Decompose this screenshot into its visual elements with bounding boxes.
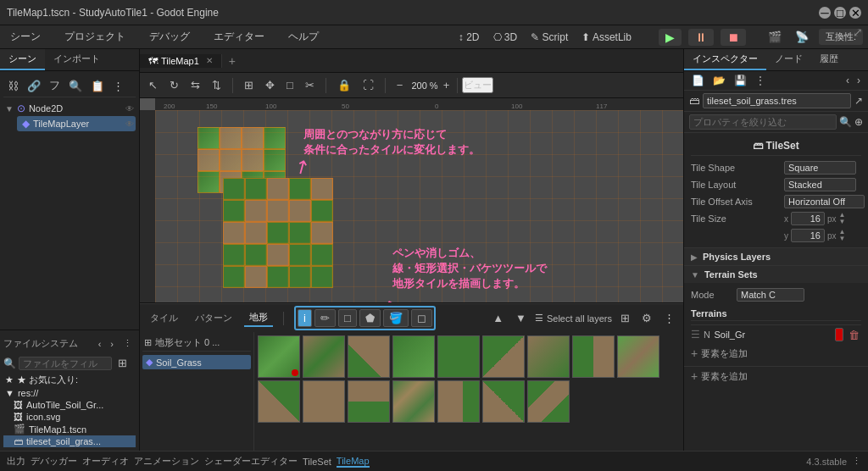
run-button[interactable]: ▶ — [659, 29, 682, 46]
menu-editor[interactable]: エディター — [209, 28, 270, 46]
tool-3d[interactable]: ⎔ 3D — [493, 31, 518, 43]
tile-size-x-down[interactable]: ▼ — [839, 219, 846, 225]
menu-project[interactable]: プロジェクト — [59, 28, 131, 46]
lock-tool[interactable]: 🔒 — [334, 77, 354, 93]
save-resource[interactable]: 💾 — [732, 74, 749, 87]
select-tool[interactable]: ↖ — [145, 77, 161, 93]
menu-debug[interactable]: デバッグ — [144, 28, 195, 46]
insp-forward[interactable]: › — [854, 74, 863, 87]
zoom-out[interactable]: − — [393, 77, 407, 93]
palette-tile-5[interactable] — [482, 335, 525, 378]
terrain-sets-header[interactable]: ▼ Terrain Sets — [684, 266, 868, 283]
rect-tool[interactable]: □ — [283, 77, 297, 93]
add-tab-button[interactable]: + — [222, 53, 242, 69]
palette-tile-15[interactable] — [527, 380, 570, 423]
fs-file-3[interactable]: 🗃 tileset_soil_gras... — [3, 435, 136, 447]
movie-button[interactable]: 🎬 — [765, 29, 785, 45]
close-button[interactable]: ✕ — [849, 7, 861, 19]
fs-file-1[interactable]: 🖼 icon.svg — [3, 411, 136, 423]
tile-offset-dropdown[interactable]: Horizontal Off — [784, 195, 865, 208]
sb-audio[interactable]: オーディオ — [82, 455, 129, 468]
palette-tile-9[interactable] — [258, 380, 300, 423]
filter-options[interactable]: ⊕ — [854, 116, 863, 128]
filter-input[interactable] — [689, 114, 837, 130]
tile-size-y-down[interactable]: ▼ — [839, 236, 846, 242]
layer-up[interactable]: ▲ — [489, 310, 507, 326]
remote-button[interactable]: 📡 — [792, 29, 812, 45]
sb-animation[interactable]: アニメーション — [134, 455, 199, 468]
resource-dropdown[interactable]: tileset_soil_grass.tres — [703, 93, 851, 108]
pause-button[interactable]: ⏸ — [688, 29, 714, 46]
add-terrain-button[interactable]: + 要素を追加 — [691, 344, 861, 363]
terrain-mode-dropdown[interactable]: Match C — [737, 288, 804, 302]
tile-size-y-input[interactable] — [791, 229, 825, 242]
tool-assetlib[interactable]: ⬆ AssetLib — [581, 31, 632, 43]
layer-menu[interactable]: ⋮ — [660, 310, 678, 326]
palette-tile-6[interactable] — [527, 335, 570, 378]
layer-grid[interactable]: ⊞ — [617, 310, 633, 326]
palette-tile-2[interactable] — [348, 335, 390, 378]
tab-close-0[interactable]: ✕ — [206, 56, 213, 65]
scene-search[interactable]: 🔍 — [66, 77, 85, 94]
tab-scene[interactable]: シーン — [0, 49, 45, 70]
terrain-item-0[interactable]: ◆ Soil_Grass — [142, 355, 251, 369]
terrain-tool-bucket[interactable]: ⬟ — [359, 309, 381, 327]
inspector-menu[interactable]: ⋮ — [753, 74, 768, 87]
add-element-button[interactable]: + 要素を追加 — [684, 366, 868, 385]
tab-import[interactable]: インポート — [45, 49, 108, 70]
sb-tileset[interactable]: TileSet — [303, 457, 331, 467]
node2d-visible-toggle[interactable]: 👁 — [125, 104, 134, 114]
zoom-in[interactable]: + — [440, 77, 453, 93]
layer-down[interactable]: ▼ — [512, 310, 530, 326]
filesystem-search-input[interactable] — [19, 357, 112, 370]
fullscreen-button[interactable]: ⤢ — [853, 25, 863, 39]
scene-menu[interactable]: ⋮ — [110, 77, 126, 94]
scene-tool2[interactable]: 📋 — [88, 77, 107, 94]
menu-scene[interactable]: シーン — [5, 28, 46, 46]
sb-output[interactable]: 出力 — [7, 455, 25, 468]
sb-tilemap[interactable]: TileMap — [337, 456, 370, 468]
group-tool[interactable]: ⛶ — [359, 77, 377, 93]
tool-script[interactable]: ✎ Script — [531, 31, 568, 43]
palette-tile-8[interactable] — [617, 335, 659, 378]
palette-tile-0[interactable] — [258, 335, 300, 378]
layer-settings[interactable]: ⚙ — [638, 310, 655, 326]
tilemap-visible-toggle[interactable]: 👁 — [125, 119, 134, 129]
palette-tile-1[interactable] — [303, 335, 345, 378]
tile-tab-terrain[interactable]: 地形 — [244, 309, 273, 327]
fs-res[interactable]: ▼ res:// — [3, 387, 136, 399]
tile-tab-tiles[interactable]: タイル — [145, 310, 183, 326]
tile-shape-dropdown[interactable]: Square — [784, 161, 856, 175]
grid-tool[interactable]: ⊞ — [241, 77, 257, 93]
tree-tilemap[interactable]: ◆ TileMapLayer 👁 — [17, 116, 136, 131]
filter-search[interactable]: 🔍 — [839, 116, 852, 128]
menu-help[interactable]: ヘルプ — [283, 28, 324, 46]
sb-shader[interactable]: シェーダーエディター — [204, 455, 298, 468]
terrain-drag-handle[interactable]: ☰ — [691, 329, 700, 341]
terrain-delete[interactable]: 🗑 — [847, 329, 861, 341]
canvas-area[interactable]: 200 150 100 50 0 100 117 — [140, 98, 683, 302]
minimize-button[interactable]: ─ — [819, 7, 831, 19]
palette-tile-14[interactable] — [482, 380, 525, 423]
fs-favorites[interactable]: ★ ★ お気に入り: — [3, 373, 136, 387]
stop-button[interactable]: ⏹ — [721, 29, 746, 46]
insp-back[interactable]: ‹ — [843, 74, 852, 87]
cut-tool[interactable]: ✂ — [302, 77, 318, 93]
palette-tile-12[interactable] — [392, 380, 435, 423]
tree-node2d[interactable]: ▼ ⊙ Node2D 👁 — [3, 101, 136, 116]
rtab-history[interactable]: 履歴 — [811, 49, 847, 70]
fs-file-2[interactable]: 🎬 TileMap1.tscn — [3, 423, 136, 435]
rtab-inspector[interactable]: インスペクター — [684, 49, 766, 70]
sb-debugger[interactable]: デバッガー — [31, 455, 77, 468]
move-tool[interactable]: ✥ — [262, 77, 278, 93]
terrain-name-input[interactable] — [715, 330, 832, 340]
maximize-button[interactable]: □ — [834, 7, 846, 19]
palette-tile-3[interactable] — [392, 335, 435, 378]
palette-tile-7[interactable] — [572, 335, 615, 378]
rotate-tool[interactable]: ↻ — [166, 77, 182, 93]
view-button[interactable]: ビュー — [462, 77, 493, 93]
tile-tab-patterns[interactable]: パターン — [190, 310, 237, 326]
sb-dots[interactable]: ⋮ — [852, 456, 861, 467]
palette-tile-10[interactable] — [303, 380, 345, 423]
res-open[interactable]: ↗ — [854, 95, 863, 107]
